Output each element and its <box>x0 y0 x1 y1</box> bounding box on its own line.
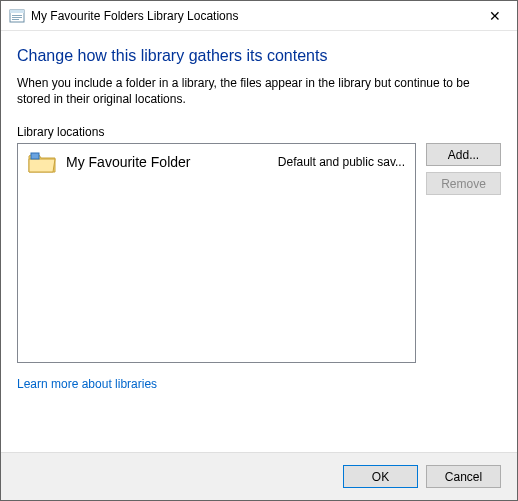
add-button[interactable]: Add... <box>426 143 501 166</box>
side-button-group: Add... Remove <box>426 143 501 195</box>
svg-rect-1 <box>10 10 24 13</box>
svg-rect-4 <box>12 19 19 20</box>
dialog-footer: OK Cancel <box>1 452 517 500</box>
svg-rect-3 <box>12 17 22 18</box>
window-title: My Favourite Folders Library Locations <box>31 9 472 23</box>
item-status: Default and public sav... <box>278 155 405 169</box>
page-description: When you include a folder in a library, … <box>17 75 501 107</box>
app-icon <box>9 8 25 24</box>
titlebar: My Favourite Folders Library Locations ✕ <box>1 1 517 31</box>
close-button[interactable]: ✕ <box>472 1 517 30</box>
ok-button[interactable]: OK <box>343 465 418 488</box>
list-item[interactable]: My Favourite Folder Default and public s… <box>18 144 415 180</box>
cancel-button[interactable]: Cancel <box>426 465 501 488</box>
item-name: My Favourite Folder <box>66 154 268 170</box>
folder-icon <box>28 150 56 174</box>
learn-more-link[interactable]: Learn more about libraries <box>17 377 157 391</box>
svg-rect-2 <box>12 15 22 16</box>
svg-rect-5 <box>31 153 39 159</box>
close-icon: ✕ <box>489 8 501 24</box>
dialog-content: Change how this library gathers its cont… <box>1 31 517 452</box>
library-locations-label: Library locations <box>17 125 501 139</box>
page-heading: Change how this library gathers its cont… <box>17 47 501 65</box>
remove-button: Remove <box>426 172 501 195</box>
library-locations-list[interactable]: My Favourite Folder Default and public s… <box>17 143 416 363</box>
